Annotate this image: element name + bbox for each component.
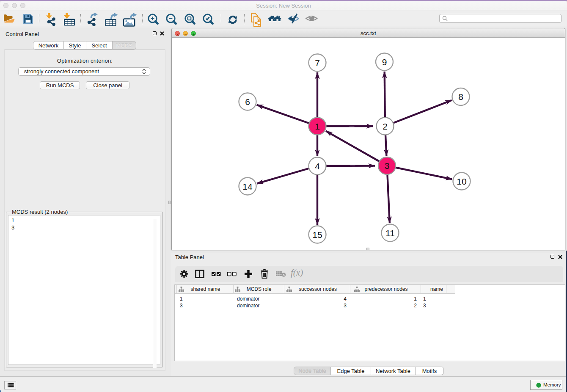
svg-text:9: 9 xyxy=(382,57,387,67)
svg-text:14: 14 xyxy=(242,182,253,191)
svg-text:6: 6 xyxy=(245,97,250,107)
svg-text:4: 4 xyxy=(315,161,320,171)
svg-text:15: 15 xyxy=(312,230,322,240)
svg-text:3: 3 xyxy=(385,161,390,171)
svg-text:2: 2 xyxy=(383,121,388,131)
svg-text:11: 11 xyxy=(385,228,395,238)
svg-text:7: 7 xyxy=(315,58,320,68)
svg-text:8: 8 xyxy=(458,92,463,102)
svg-text:10: 10 xyxy=(457,177,466,186)
svg-text:1: 1 xyxy=(315,121,320,131)
